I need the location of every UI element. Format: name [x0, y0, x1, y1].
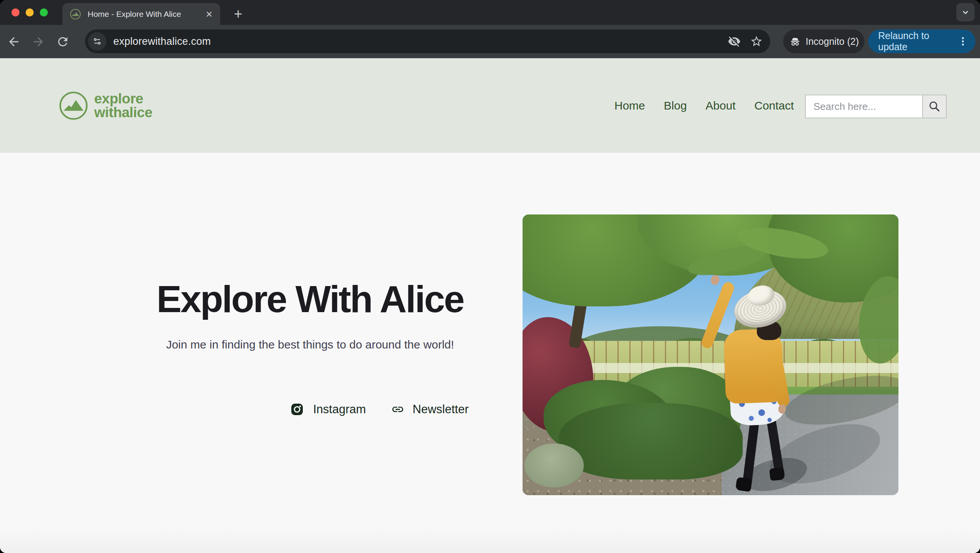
- bookmark-button[interactable]: [748, 33, 765, 50]
- tab-search-button[interactable]: [956, 3, 975, 21]
- maximize-window-button[interactable]: [40, 8, 48, 16]
- hero-subtitle: Join me in finding the best things to do…: [126, 338, 494, 351]
- new-tab-button[interactable]: +: [229, 5, 247, 23]
- eye-off-icon: [728, 35, 741, 48]
- nav-item-blog[interactable]: Blog: [664, 99, 687, 112]
- next-section-strip: [0, 530, 980, 553]
- site-search: [805, 95, 947, 118]
- instagram-link[interactable]: Instagram: [289, 402, 366, 417]
- mountain-logo-icon: [58, 90, 89, 121]
- photo-sage-tuft: [524, 443, 584, 488]
- nav-item-home[interactable]: Home: [614, 99, 645, 112]
- photo-person-boot: [735, 477, 752, 492]
- menu-dots-icon[interactable]: [957, 36, 969, 47]
- browser-toolbar: explorewithalice.com Incognito (2): [0, 25, 980, 58]
- incognito-icon: [789, 35, 801, 47]
- newsletter-link[interactable]: Newsletter: [391, 402, 469, 416]
- photo-person-hand: [778, 404, 786, 414]
- site-controls-icon: [92, 36, 103, 47]
- photo-bush: [559, 403, 743, 479]
- star-icon: [750, 35, 763, 48]
- main-nav: Home Blog About Contact: [614, 58, 794, 153]
- nav-item-contact[interactable]: Contact: [754, 99, 794, 112]
- incognito-label: Incognito (2): [806, 36, 859, 47]
- instagram-icon: [289, 402, 305, 417]
- search-input[interactable]: [805, 95, 922, 118]
- preview-hidden-button[interactable]: [726, 33, 743, 50]
- browser-window: Home - Explore With Alice × +: [0, 0, 980, 553]
- search-icon: [928, 100, 941, 113]
- link-icon: [391, 403, 404, 416]
- photo-person-hand: [709, 274, 721, 286]
- url-text: explorewithalice.com: [113, 36, 726, 47]
- page-viewport: explore withalice Home Blog About Contac…: [0, 58, 980, 553]
- photo-person-boot: [769, 467, 785, 481]
- site-info-button[interactable]: [88, 32, 106, 51]
- address-bar[interactable]: explorewithalice.com: [85, 29, 770, 53]
- site-logo[interactable]: explore withalice: [58, 90, 152, 121]
- site-header: explore withalice Home Blog About Contac…: [0, 58, 980, 153]
- reload-icon: [56, 35, 70, 49]
- minimize-window-button[interactable]: [26, 8, 34, 16]
- reload-button[interactable]: [52, 31, 74, 52]
- relaunch-label: Relaunch to update: [878, 30, 957, 52]
- hero-photo: [523, 214, 898, 495]
- forward-button[interactable]: [28, 31, 49, 52]
- chevron-down-icon: [960, 7, 970, 17]
- incognito-badge: Incognito (2): [783, 29, 864, 53]
- back-button[interactable]: [3, 31, 24, 52]
- tab-strip: Home - Explore With Alice × +: [0, 0, 980, 25]
- hero-section: Explore With Alice Join me in finding th…: [0, 153, 980, 524]
- relaunch-to-update-button[interactable]: Relaunch to update: [868, 29, 975, 53]
- logo-text: explore withalice: [94, 92, 152, 120]
- hero-links: Instagram Newsletter: [289, 402, 469, 417]
- browser-tab[interactable]: Home - Explore With Alice ×: [62, 3, 220, 25]
- traffic-lights: [11, 8, 48, 16]
- site-favicon-icon: [69, 8, 82, 20]
- back-arrow-icon: [7, 35, 21, 49]
- page-title: Explore With Alice: [126, 278, 494, 321]
- tab-title: Home - Explore With Alice: [88, 10, 204, 19]
- search-button[interactable]: [922, 95, 947, 118]
- forward-arrow-icon: [31, 35, 45, 49]
- close-window-button[interactable]: [11, 8, 20, 16]
- tab-close-icon[interactable]: ×: [204, 8, 214, 20]
- nav-item-about[interactable]: About: [706, 99, 735, 112]
